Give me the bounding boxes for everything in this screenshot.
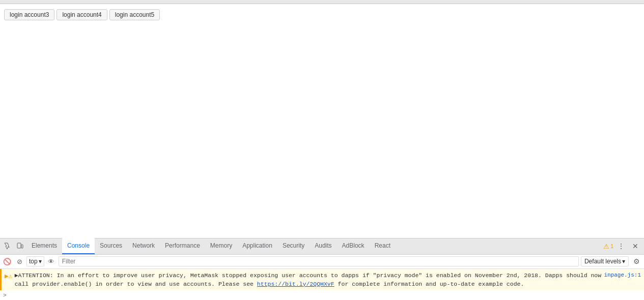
console-settings-button[interactable]: ⚙ (631, 256, 642, 267)
tab-console[interactable]: Console (62, 238, 95, 254)
svg-rect-0 (17, 243, 21, 248)
warning-count: 1 (610, 243, 613, 249)
preserve-log-button[interactable]: ⊘ (14, 256, 24, 266)
show-live-expressions-button[interactable]: 👁 (46, 256, 57, 266)
tab-network[interactable]: Network (127, 238, 160, 254)
browser-top-bar (0, 0, 644, 4)
tab-adblock[interactable]: AdBlock (337, 238, 370, 254)
tab-sources[interactable]: Sources (95, 238, 127, 254)
console-prompt-line: > (0, 290, 644, 300)
login-account5-button[interactable]: login account5 (109, 9, 160, 20)
warning-text: inpage.js:1 ▶ATTENTION: In an effort to … (15, 271, 641, 289)
tab-memory[interactable]: Memory (205, 238, 237, 254)
login-account3-button[interactable]: login account3 (4, 9, 54, 20)
devtools-tabs-bar: Elements Console Sources Network Perform… (0, 238, 644, 255)
devtools-close-button[interactable]: ✕ (630, 241, 641, 252)
warning-triangle-icon: ⚠ (603, 243, 609, 250)
page-content: login account3 login account4 login acco… (0, 4, 644, 237)
console-messages: ▶⚠ inpage.js:1 ▶ATTENTION: In an effort … (0, 269, 644, 301)
devtools-tabs-right: ⚠ 1 ⋮ ✕ (603, 241, 642, 252)
svg-rect-1 (21, 245, 23, 248)
clear-console-button[interactable]: 🚫 (2, 256, 12, 266)
warning-link[interactable]: https://bit.ly/2QQHXvF (257, 281, 334, 287)
tab-elements[interactable]: Elements (26, 238, 62, 254)
context-dropdown-icon: ▾ (39, 258, 42, 265)
file-reference[interactable]: inpage.js:1 (604, 271, 641, 280)
warning-icon: ▶⚠ (5, 272, 13, 289)
login-buttons-container: login account3 login account4 login acco… (0, 4, 644, 25)
devtools-more-button[interactable]: ⋮ (615, 241, 627, 252)
console-toolbar: 🚫 ⊘ top ▾ 👁 Default levels ▾ ⚙ (0, 255, 644, 269)
prompt-arrow-icon: > (3, 292, 7, 298)
default-levels-selector[interactable]: Default levels ▾ (581, 256, 629, 266)
tab-application[interactable]: Application (237, 238, 277, 254)
login-account4-button[interactable]: login account4 (57, 9, 107, 20)
context-selector[interactable]: top ▾ (26, 256, 44, 266)
device-toolbar-button[interactable] (14, 241, 25, 252)
console-warning-message: ▶⚠ inpage.js:1 ▶ATTENTION: In an effort … (0, 269, 644, 291)
tab-react[interactable]: React (370, 238, 396, 254)
devtools-panel: Elements Console Sources Network Perform… (0, 238, 644, 301)
warning-badge: ⚠ 1 (603, 243, 613, 250)
tab-performance[interactable]: Performance (160, 238, 205, 254)
context-label: top (29, 258, 38, 265)
tab-audits[interactable]: Audits (310, 238, 337, 254)
inspect-element-button[interactable] (2, 241, 13, 252)
default-levels-dropdown-icon: ▾ (622, 258, 625, 265)
warning-message-part2: for complete information and up-to-date … (338, 281, 524, 287)
filter-input[interactable] (59, 256, 579, 266)
tab-security[interactable]: Security (277, 238, 310, 254)
default-levels-label: Default levels (584, 258, 621, 265)
